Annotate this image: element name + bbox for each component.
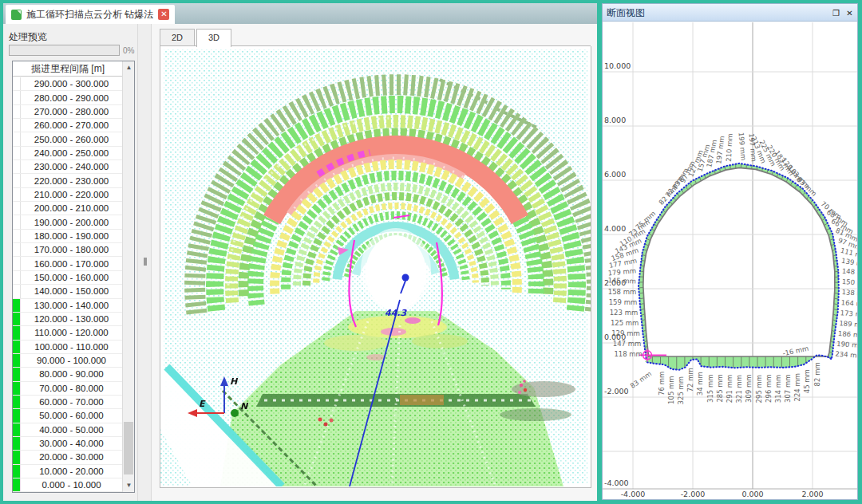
list-item[interactable]: 290.000 - 300.000 [13,77,122,91]
x-tick-label: 0.000 [741,490,763,498]
list-item[interactable]: 20.000 - 30.000 [13,451,122,464]
section-panel-titlebar[interactable]: 断面视图 ❐ ✕ [603,4,857,22]
viewport-panel: 2D 3D [152,24,597,501]
chevron-up-icon[interactable]: ▲ [123,61,135,74]
list-item[interactable]: 250.000 - 260.000 [13,132,122,146]
document-tab-title: 施工循环扫描点云分析 钻爆法 [26,8,153,22]
list-item[interactable]: 220.000 - 230.000 [13,174,122,187]
overbreak-label: 325 mm [677,376,685,405]
tab-3d[interactable]: 3D [196,29,231,47]
overbreak-label: 296 mm [765,374,773,403]
list-item[interactable]: 210.000 - 220.000 [13,188,122,202]
interval-range: 270.000 - 280.000 [21,107,122,116]
overbreak-label: 138 mm [841,288,857,297]
x-tick-label: 2.000 [801,490,823,498]
list-item[interactable]: 40.000 - 50.000 [13,423,122,437]
document-tab[interactable]: 施工循环扫描点云分析 钻爆法 ✕ [6,5,175,24]
processed-indicator [13,326,21,339]
list-item[interactable]: 180.000 - 190.000 [13,230,122,243]
interval-range: 30.000 - 40.000 [21,439,122,448]
list-item[interactable]: 190.000 - 200.000 [13,215,122,229]
overbreak-label: 147 mm [613,340,642,348]
chevron-down-icon[interactable]: ▼ [123,479,135,492]
list-item[interactable]: 200.000 - 210.000 [13,202,122,215]
list-item[interactable]: 100.000 - 110.000 [13,341,122,354]
list-item[interactable]: 230.000 - 240.000 [13,160,122,174]
section-plot-area[interactable]: 10.0008.0006.0004.0002.0000.000-2.000-4.… [603,22,857,499]
point-cloud-viewport[interactable]: 44.3 H E N [160,46,591,488]
list-item[interactable]: 130.000 - 140.000 [13,299,122,313]
list-item[interactable]: 150.000 - 160.000 [13,271,122,285]
interval-range: 50.000 - 60.000 [21,411,122,420]
list-item[interactable]: 80.000 - 90.000 [13,368,122,381]
list-item[interactable]: 30.000 - 40.000 [13,437,122,451]
progress-bar [9,45,120,56]
processed-indicator [13,160,21,173]
interval-range: 130.000 - 140.000 [21,301,122,310]
processed-indicator [13,423,21,436]
processed-indicator [13,285,21,297]
processed-indicator [13,465,21,478]
processed-indicator [13,215,21,228]
processed-indicator [13,105,21,118]
close-icon[interactable]: ✕ [844,8,855,18]
list-item[interactable]: 70.000 - 80.000 [13,382,122,396]
panel-splitter[interactable] [137,24,152,501]
overbreak-label: 158 mm [608,288,637,296]
x-tick-label: -4.000 [621,490,646,498]
y-tick-label: 8.000 [604,116,626,124]
list-item[interactable]: 280.000 - 290.000 [13,91,122,104]
interval-range: 240.000 - 250.000 [21,148,122,158]
list-item[interactable]: 90.000 - 100.000 [13,354,122,368]
processed-indicator [13,147,21,159]
float-window-icon[interactable]: ❐ [831,8,841,18]
list-scrollbar[interactable]: ▲ ▼ [122,61,134,492]
y-tick-label: 6.000 [604,170,626,179]
overbreak-label: 307 mm [784,375,792,404]
overbreak-label: 45 mm [803,369,811,393]
processed-indicator [13,437,21,450]
list-item[interactable]: 160.000 - 170.000 [13,257,122,270]
overbreak-label: 123 mm [610,309,639,317]
overbreak-label: 285 mm [716,374,724,403]
list-item[interactable]: 260.000 - 270.000 [13,119,122,132]
interval-range: 250.000 - 260.000 [21,135,122,144]
list-item[interactable]: 240.000 - 250.000 [13,147,122,160]
list-header: 掘进里程间隔 [m] [13,61,134,77]
list-item[interactable]: 60.000 - 70.000 [13,396,122,409]
tab-2d[interactable]: 2D [160,29,195,46]
overbreak-label: 83 mm [629,369,653,389]
overbreak-label: 105 mm [667,376,675,404]
list-item[interactable]: 270.000 - 280.000 [13,105,122,119]
point-cloud-scene[interactable]: 44.3 H E N [160,46,591,486]
interval-range: 20.000 - 30.000 [21,452,122,462]
list-item[interactable]: 50.000 - 60.000 [13,409,122,423]
interval-range: 210.000 - 220.000 [21,190,122,199]
section-view-panel: 断面视图 ❐ ✕ 10.0008.0006.0004.0002.0000.000… [602,3,858,500]
overbreak-label: -16 mm [782,345,810,358]
overbreak-label: 186 mm [838,329,857,339]
overbreak-label: 76 mm [658,372,666,396]
overbreak-label: 199 mm [737,132,748,161]
interval-range: 140.000 - 150.000 [21,286,122,296]
interval-range: 230.000 - 240.000 [21,162,122,171]
document-tab-strip: 施工循环扫描点云分析 钻爆法 ✕ [3,3,597,24]
section-panel-title: 断面视图 [607,7,645,18]
section-chart[interactable]: 10.0008.0006.0004.0002.0000.000-2.000-4.… [603,22,857,499]
processed-indicator [13,257,21,270]
interval-range: 160.000 - 170.000 [21,259,122,269]
list-item[interactable]: 110.000 - 120.000 [13,326,122,340]
close-icon[interactable]: ✕ [158,9,169,20]
y-tick-label: 4.000 [604,224,626,233]
list-item[interactable]: 10.000 - 20.000 [13,465,122,478]
processed-indicator [13,202,21,215]
overbreak-label: 34 mm [696,372,704,396]
processed-indicator [13,188,21,201]
list-item[interactable]: 120.000 - 130.000 [13,313,122,326]
list-item[interactable]: 140.000 - 150.000 [13,285,122,298]
list-item[interactable]: 170.000 - 180.000 [13,243,122,257]
list-rows: 290.000 - 300.000280.000 - 290.000270.00… [13,77,122,492]
list-item[interactable]: 0.000 - 10.000 [13,478,122,492]
scrollbar-thumb[interactable] [124,422,133,474]
overbreak-label: 314 mm [774,375,782,404]
